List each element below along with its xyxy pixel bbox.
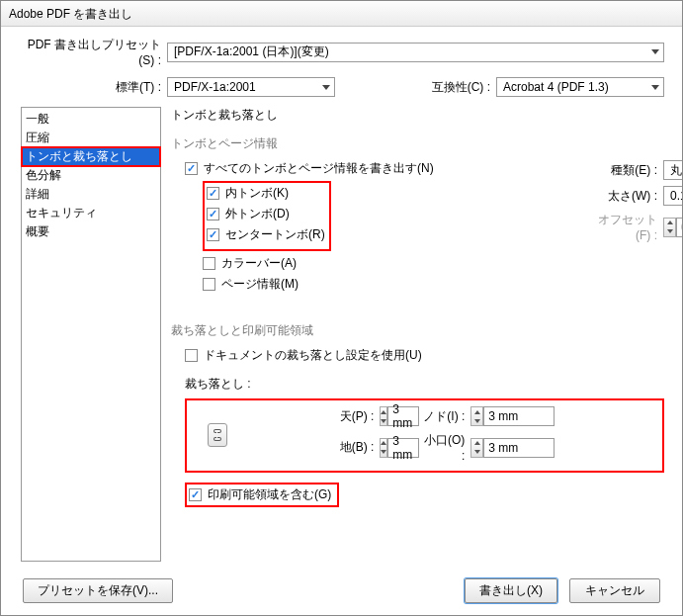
compat-label: 互換性(C) :: [427, 79, 496, 96]
bleed-top-field[interactable]: 3 mm: [387, 406, 419, 426]
window-title: Adobe PDF を書き出し: [9, 7, 132, 21]
mark-type-label: 種類(E) :: [586, 162, 663, 179]
bleed-inside-stepper[interactable]: [470, 406, 483, 426]
crop-marks-checkbox[interactable]: [207, 187, 219, 200]
bleed-outside-stepper[interactable]: [470, 438, 483, 458]
export-button[interactable]: 書き出し(X): [465, 578, 557, 603]
save-preset-button[interactable]: プリセットを保存(V)...: [23, 578, 173, 603]
mark-weight-dropdown[interactable]: 0.10 mm: [663, 186, 683, 206]
registration-marks-label: センタートンボ(R): [225, 226, 325, 243]
bleed-outside-label: 小口(O) :: [419, 432, 470, 463]
sidebar-item-compression[interactable]: 圧縮: [22, 129, 160, 147]
section-marks-heading: トンボとページ情報: [171, 135, 664, 152]
bleed-inside-field[interactable]: 3 mm: [483, 406, 555, 426]
mark-offset-label: オフセット(F) :: [586, 212, 663, 242]
all-marks-checkbox[interactable]: [185, 162, 198, 175]
bleed-highlight-box: 天(P) : 3 mm ノド(I) : 3 mm: [185, 398, 664, 473]
link-bleed-icon[interactable]: [208, 423, 227, 447]
color-bars-checkbox[interactable]: [203, 257, 215, 270]
bleed-inside-label: ノド(I) :: [419, 408, 470, 425]
bleed-bottom-field[interactable]: 3 mm: [387, 438, 419, 458]
preset-label: PDF 書き出しプリセット(S) :: [21, 37, 167, 67]
mark-weight-label: 太さ(W) :: [586, 188, 663, 205]
registration-marks-checkbox[interactable]: [207, 228, 219, 241]
bleed-marks-checkbox[interactable]: [207, 208, 219, 220]
sidebar-item-marks-bleed[interactable]: トンボと裁ち落とし: [22, 147, 160, 166]
chain-link-icon: [213, 428, 222, 442]
sidebar-item-general[interactable]: 一般: [22, 110, 160, 129]
mark-offset-field: 0 mm: [676, 218, 683, 237]
sidebar-item-summary[interactable]: 概要: [22, 222, 160, 241]
compat-value: Acrobat 4 (PDF 1.3): [503, 80, 609, 94]
sidebar: 一般 圧縮 トンボと裁ち落とし 色分解 詳細 セキュリティ 概要: [21, 107, 161, 562]
include-slug-label: 印刷可能領域を含む(G): [208, 486, 331, 503]
offset-stepper: [663, 218, 676, 237]
bleed-outside-field[interactable]: 3 mm: [483, 438, 555, 458]
cancel-button[interactable]: キャンセル: [569, 578, 660, 603]
bleed-top-stepper[interactable]: [380, 406, 387, 426]
include-slug-highlight: 印刷可能領域を含む(G): [185, 483, 339, 507]
standard-value: PDF/X-1a:2001: [174, 80, 256, 94]
bleed-bottom-label: 地(B) :: [240, 439, 380, 456]
bleed-marks-label: 外トンボ(D): [225, 206, 290, 222]
standard-dropdown[interactable]: PDF/X-1a:2001: [167, 77, 335, 97]
preset-dropdown[interactable]: [PDF/X-1a:2001 (日本)](変更): [167, 43, 664, 62]
bleed-label: 裁ち落とし :: [185, 376, 664, 393]
window-titlebar: Adobe PDF を書き出し: [1, 1, 682, 27]
all-marks-label: すべてのトンボとページ情報を書き出す(N): [204, 160, 434, 177]
use-doc-bleed-checkbox[interactable]: [185, 349, 198, 362]
mark-type-value: 丸付きセンタートンボ: [670, 162, 683, 179]
chevron-down-icon: [322, 85, 330, 90]
preset-value: [PDF/X-1a:2001 (日本)](変更): [174, 44, 329, 60]
bleed-top-label: 天(P) :: [240, 408, 380, 425]
compat-dropdown[interactable]: Acrobat 4 (PDF 1.3): [496, 77, 664, 97]
chevron-down-icon: [651, 49, 659, 54]
standard-label: 標準(T) :: [21, 79, 167, 96]
page-info-checkbox[interactable]: [203, 278, 215, 291]
section-bleed-heading: 裁ち落としと印刷可能領域: [171, 322, 664, 339]
mark-weight-value: 0.10 mm: [670, 189, 683, 203]
crop-marks-label: 内トンボ(K): [225, 185, 289, 202]
use-doc-bleed-label: ドキュメントの裁ち落とし設定を使用(U): [204, 347, 422, 364]
sidebar-item-advanced[interactable]: 詳細: [22, 185, 160, 204]
bleed-bottom-stepper[interactable]: [380, 438, 387, 458]
mark-type-dropdown[interactable]: 丸付きセンタートンボ: [663, 160, 683, 180]
page-info-label: ページ情報(M): [221, 276, 299, 293]
sidebar-item-output[interactable]: 色分解: [22, 166, 160, 185]
include-slug-checkbox[interactable]: [189, 488, 202, 501]
color-bars-label: カラーバー(A): [221, 255, 297, 272]
panel-title: トンボと裁ち落とし: [171, 107, 664, 124]
sidebar-item-security[interactable]: セキュリティ: [22, 204, 160, 222]
chevron-down-icon: [651, 85, 659, 90]
